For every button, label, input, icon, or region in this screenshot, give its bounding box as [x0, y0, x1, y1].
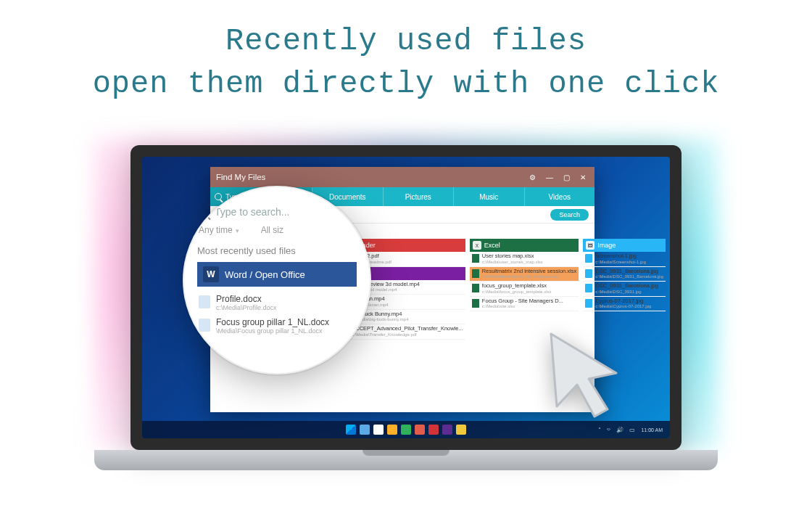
- file-icon: [199, 295, 210, 308]
- start-icon[interactable]: [346, 425, 356, 435]
- taskbar-app-icon[interactable]: [373, 425, 384, 435]
- taskbar-app-icon[interactable]: [387, 425, 397, 435]
- taskbar-app-icon[interactable]: [428, 425, 439, 435]
- volume-icon[interactable]: 🔊: [616, 427, 624, 433]
- mag-mru-heading: Most recently used files: [197, 245, 357, 256]
- mag-search-placeholder: Type to search...: [215, 206, 290, 218]
- list-item[interactable]: Focus Group - Site Managers D...c:\Media…: [470, 297, 579, 312]
- excel-icon: X: [473, 241, 481, 250]
- app-title: Find My Files: [216, 173, 265, 181]
- maximize-button[interactable]: ▢: [560, 172, 573, 183]
- list-item[interactable]: Cyprus-07-2017.jpgc:\Media\Cyprus-07-201…: [583, 297, 666, 312]
- wifi-icon[interactable]: ⌔: [607, 427, 610, 433]
- word-icon: W: [203, 266, 219, 282]
- category-image[interactable]: 🖼Image: [583, 239, 666, 252]
- file-icon: [199, 319, 210, 332]
- list-item-highlighted[interactable]: Resultmatrix 2nd intensive session.xlsxc…: [470, 267, 579, 282]
- title-bar: Find My Files ⚙ — ▢ ✕: [210, 167, 594, 187]
- category-excel[interactable]: XExcel: [470, 239, 579, 252]
- category-image-label: Image: [597, 242, 616, 249]
- mag-category-word[interactable]: W Word / Open Office: [197, 262, 357, 287]
- mag-search[interactable]: Type to search...: [197, 206, 357, 218]
- mag-filter-size[interactable]: All siz: [261, 225, 283, 235]
- tab-videos[interactable]: Videos: [524, 187, 595, 206]
- battery-icon[interactable]: ▭: [629, 427, 635, 433]
- search-button[interactable]: Search: [550, 209, 589, 221]
- chevron-up-icon[interactable]: ˄: [598, 427, 601, 433]
- mag-word-label: Word / Open Office: [225, 269, 305, 280]
- list-item[interactable]: focus_group_template.xlsxc:\Media\focus_…: [470, 282, 579, 297]
- tab-music[interactable]: Music: [453, 187, 524, 206]
- magnifier-lens: Type to search... Any time▾ All siz Most…: [183, 186, 371, 374]
- taskbar-clock[interactable]: 11:00 AM: [641, 427, 663, 433]
- list-item[interactable]: User stories map.xlsxc:\Media\user_stori…: [470, 252, 579, 267]
- mag-file-row[interactable]: Profile.docxc:\Media\Profile.docx: [197, 291, 357, 314]
- minimize-button[interactable]: —: [543, 172, 556, 183]
- list-item[interactable]: DSC_0931_Barcelona.jpgc:\Media\DSC_0931.…: [583, 282, 666, 297]
- taskbar-app-icon[interactable]: [456, 425, 466, 435]
- taskbar-app-icon[interactable]: [442, 425, 452, 435]
- taskbar: ˄ ⌔ 🔊 ▭ 11:00 AM: [142, 421, 670, 438]
- list-item[interactable]: Screenshot-1.jpgc:\Media\Screenshot-1.jp…: [583, 252, 666, 267]
- cursor-arrow-icon: [544, 328, 631, 422]
- gear-icon[interactable]: ⚙: [526, 172, 539, 183]
- image-icon: 🖼: [586, 241, 594, 250]
- search-icon: [215, 193, 222, 200]
- hero-line1: Recently used files: [0, 20, 812, 63]
- taskbar-app-icon[interactable]: [401, 425, 411, 435]
- tab-pictures[interactable]: Pictures: [383, 187, 454, 206]
- mag-filter-time[interactable]: Any time▾: [199, 225, 239, 235]
- category-excel-label: Excel: [484, 242, 500, 249]
- hero-line2: open them directly with one click: [0, 63, 812, 106]
- mag-file-row[interactable]: Focus group pillar 1_NL.docx\Media\Focus…: [197, 314, 357, 337]
- list-item[interactable]: DSC_0931_Barcelona.jpgc:\Media\DSC_0931_…: [583, 267, 666, 282]
- taskbar-app-icon[interactable]: [360, 425, 370, 435]
- taskbar-app-icon[interactable]: [415, 425, 425, 435]
- close-button[interactable]: ✕: [577, 172, 589, 183]
